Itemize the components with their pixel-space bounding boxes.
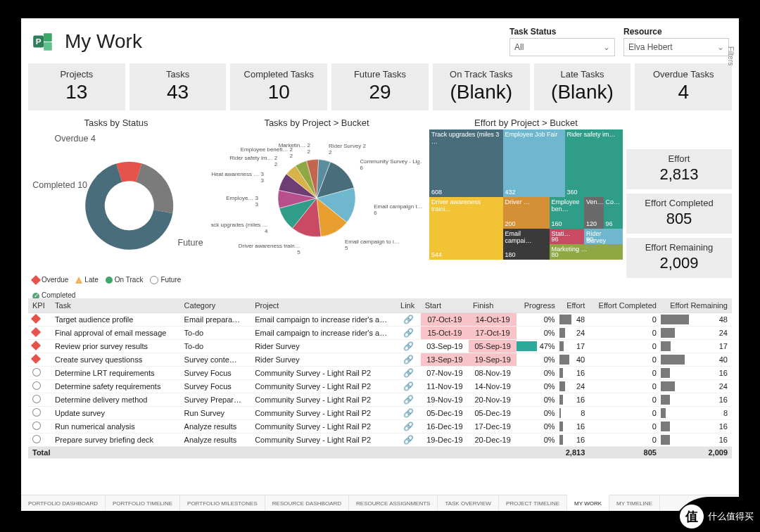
column-header[interactable]: Category: [180, 298, 251, 313]
task-table[interactable]: KPITaskCategoryProjectLinkStartFinishPro…: [28, 298, 732, 493]
table-row[interactable]: Determine safety requirementsSurvey Focu…: [28, 380, 732, 393]
kpi-card[interactable]: Projects13: [28, 63, 125, 110]
treemap-cell[interactable]: Marketing …80: [550, 244, 623, 260]
table-row[interactable]: Determine delivery methodSurvey Prepar…C…: [28, 393, 732, 407]
project: Community Survey - Light Rail P2: [251, 420, 396, 433]
table-row[interactable]: Prepare survey briefing deckAnalyze resu…: [28, 433, 732, 447]
table-row[interactable]: Create survey questionssSurvey conte…Rid…: [28, 353, 732, 367]
table-row[interactable]: Target audience profileEmail prepara…Ema…: [28, 313, 732, 327]
table-row[interactable]: Determine LRT requirementsSurvey FocusCo…: [28, 367, 732, 380]
kpi-card[interactable]: Future Tasks29: [331, 63, 429, 110]
effort-remaining: 8: [661, 407, 732, 420]
filters-panel-toggle[interactable]: Filters: [727, 46, 735, 65]
sheet-tab[interactable]: MY WORK: [567, 495, 609, 511]
kpi-value: (Blank): [537, 81, 628, 103]
treemap-cell[interactable]: Employee Job Fair432: [503, 129, 565, 197]
svg-text:Marketin… 2: Marketin… 2: [279, 142, 311, 148]
sheet-tab[interactable]: PROJECT TIMELINE: [499, 495, 567, 511]
sheet-tab[interactable]: MY TIMELINE: [609, 495, 660, 511]
sheet-tab[interactable]: PORTFOLIO TIMELINE: [106, 495, 180, 511]
progress: 0%: [517, 433, 559, 447]
task-name: Determine delivery method: [51, 393, 180, 407]
column-header[interactable]: Progress: [517, 298, 559, 313]
effort-treemap-chart[interactable]: Track upgrades (miles 3 …608Employee Job…: [429, 129, 623, 260]
legend-item[interactable]: Late: [75, 276, 98, 284]
progress: 0%: [517, 313, 559, 327]
treemap-cell[interactable]: Email campai…180: [503, 229, 550, 260]
treemap-cell[interactable]: Rider Survey90: [584, 229, 623, 244]
svg-text:Overdue 4: Overdue 4: [55, 134, 96, 144]
svg-rect-3: [44, 42, 52, 51]
legend-item[interactable]: Overdue: [32, 276, 68, 284]
effort-completed: 0: [589, 327, 661, 340]
table-row[interactable]: Update surveyRun SurveyCommunity Survey …: [28, 407, 732, 420]
sheet-tab[interactable]: PORTFOLIO DASHBOARD: [21, 495, 106, 511]
kpi-card[interactable]: Tasks43: [129, 63, 227, 110]
effort-completed: 0: [589, 433, 661, 447]
link-icon[interactable]: 🔗: [396, 340, 421, 353]
link-icon[interactable]: 🔗: [396, 367, 421, 380]
treemap-cell[interactable]: Co…96: [604, 197, 623, 228]
effort-card[interactable]: Effort Completed805: [626, 194, 732, 234]
column-header[interactable]: Project: [251, 298, 396, 313]
legend-item[interactable]: On Track: [106, 276, 144, 284]
effort-card[interactable]: Effort Remaining2,009: [626, 238, 732, 278]
kpi-card[interactable]: Overdue Tasks4: [635, 63, 732, 110]
svg-text:2: 2: [289, 153, 293, 159]
tasks-by-project-chart[interactable]: Community Survey - Lig…6Email campaign t…: [211, 129, 422, 260]
column-header[interactable]: Effort Completed: [589, 298, 661, 313]
treemap-cell[interactable]: Rider safety im…360: [565, 129, 623, 197]
treemap-cell[interactable]: Stati…96: [550, 229, 585, 244]
link-icon[interactable]: 🔗: [396, 393, 421, 407]
task-status-dropdown[interactable]: All: [509, 38, 615, 56]
effort: 16: [559, 420, 590, 433]
table-row[interactable]: Run numerical analysisAnalyze resultsCom…: [28, 420, 732, 433]
treemap-cell[interactable]: Employee ben…160: [550, 197, 585, 228]
sheet-tab[interactable]: TASK OVERVIEW: [438, 495, 499, 511]
sheet-tab[interactable]: PORTFOLIO MILESTONES: [180, 495, 265, 511]
kpi-card[interactable]: On Track Tasks(Blank): [433, 63, 530, 110]
link-icon[interactable]: 🔗: [396, 420, 421, 433]
effort-card[interactable]: Effort2,813: [626, 149, 732, 189]
effort: 48: [559, 313, 590, 327]
treemap-cell[interactable]: Track upgrades (miles 3 …608: [429, 129, 503, 197]
effort-card-value: 2,813: [629, 165, 729, 184]
treemap-cell[interactable]: Driver awareness traini…544: [429, 197, 503, 260]
resource-dropdown[interactable]: Elva Hebert: [623, 38, 729, 56]
link-icon[interactable]: 🔗: [396, 380, 421, 393]
table-row[interactable]: Review prior survey resultsTo-doRider Su…: [28, 340, 732, 353]
effort: 24: [559, 327, 590, 340]
column-header[interactable]: Task: [51, 298, 180, 313]
treemap-cell[interactable]: Driver …200: [503, 197, 550, 228]
kpi-row: Projects13Tasks43Completed Tasks10Future…: [21, 61, 739, 115]
column-header[interactable]: Finish: [469, 298, 517, 313]
column-header[interactable]: Start: [421, 298, 469, 313]
task-name: Determine LRT requirements: [51, 367, 180, 380]
kpi-label: Tasks: [132, 69, 224, 80]
link-icon[interactable]: 🔗: [396, 353, 421, 367]
link-icon[interactable]: 🔗: [396, 313, 421, 327]
treemap-cell[interactable]: Ven…120: [584, 197, 604, 228]
kpi-card[interactable]: Completed Tasks10: [230, 63, 327, 110]
progress: 0%: [517, 420, 559, 433]
column-header[interactable]: Effort: [559, 298, 590, 313]
column-header[interactable]: Link: [396, 298, 421, 313]
sheet-tab[interactable]: RESOURCE DASHBOARD: [265, 495, 349, 511]
tasks-by-status-chart[interactable]: Overdue 4Completed 10Future 29: [28, 129, 204, 273]
svg-text:Rider safety im… 2: Rider safety im… 2: [229, 155, 278, 161]
start-date: 13-Sep-19: [421, 353, 469, 367]
legend-item[interactable]: Future: [150, 276, 181, 284]
finish-date: 14-Nov-19: [469, 380, 517, 393]
table-row[interactable]: Final approval of email messageTo-doEmai…: [28, 327, 732, 340]
effort-completed: 0: [589, 420, 661, 433]
sheet-tab[interactable]: RESOURCE ASSIGNMENTS: [349, 495, 438, 511]
link-icon[interactable]: 🔗: [396, 433, 421, 447]
link-icon[interactable]: 🔗: [396, 407, 421, 420]
status-legend: OverdueLateOn TrackFuture✓Completed: [32, 276, 204, 300]
kpi-card[interactable]: Late Tasks(Blank): [534, 63, 631, 110]
column-header[interactable]: KPI: [28, 298, 51, 313]
column-header[interactable]: Effort Remaining: [661, 298, 732, 313]
effort-completed: 0: [589, 407, 661, 420]
kpi-label: Overdue Tasks: [638, 69, 729, 80]
link-icon[interactable]: 🔗: [396, 327, 421, 340]
